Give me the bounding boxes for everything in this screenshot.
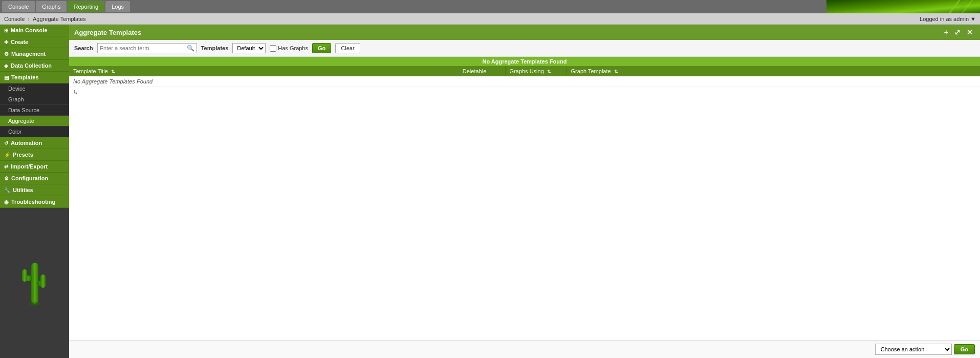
back-arrow: ↳: [69, 87, 980, 98]
sidebar-item-data-source[interactable]: Data Source: [0, 105, 69, 116]
data-collection-icon: ◈: [4, 63, 8, 69]
col-graphs-label: Graphs Using: [510, 68, 544, 74]
tab-logs[interactable]: Logs: [105, 1, 130, 12]
logged-in-text: Logged in as admin ▼: [920, 16, 976, 22]
sidebar-item-troubleshooting[interactable]: ◉ Troubleshooting: [0, 196, 69, 208]
tab-graphs[interactable]: Graphs: [36, 1, 67, 12]
sidebar-item-data-collection[interactable]: ◈ Data Collection: [0, 60, 69, 72]
status-bar: No Aggregate Templates Found: [69, 57, 980, 66]
breadcrumb-console[interactable]: Console: [4, 16, 25, 22]
svg-rect-6: [22, 269, 27, 282]
sidebar-item-utilities[interactable]: 🔧 Utilities: [0, 184, 69, 196]
automation-icon: ↺: [4, 140, 8, 146]
expand-icon-btn[interactable]: ⤢: [952, 28, 963, 37]
sidebar-label-templates: Templates: [11, 74, 39, 80]
action-go-button[interactable]: Go: [954, 344, 975, 354]
presets-icon: ⚡: [4, 152, 10, 158]
has-graphs-checkbox[interactable]: [270, 45, 276, 52]
logo-banner: [826, 0, 980, 13]
action-select[interactable]: Choose an action: [875, 344, 952, 355]
search-go-button[interactable]: Go: [312, 43, 331, 53]
sidebar-label-import-export: Import/Export: [11, 163, 48, 170]
svg-rect-8: [40, 275, 46, 288]
create-icon: ✚: [4, 39, 8, 45]
col-deletable-label: Deletable: [463, 68, 486, 74]
col-deletable: Deletable: [444, 66, 505, 76]
sidebar-label-management: Management: [11, 51, 46, 57]
sidebar-label-troubleshooting: Troubleshooting: [11, 199, 55, 205]
sidebar-item-main-console[interactable]: ⊞ Main Console: [0, 25, 69, 36]
svg-point-13: [30, 302, 40, 306]
table-header-row: Template Title ⇅ Deletable Graphs Using …: [69, 66, 980, 76]
col-graphs-using[interactable]: Graphs Using ⇅: [505, 66, 567, 76]
templates-dropdown[interactable]: Default: [232, 43, 266, 53]
sidebar-label-data-collection: Data Collection: [11, 62, 52, 69]
data-table: Template Title ⇅ Deletable Graphs Using …: [69, 66, 980, 87]
col-template-title[interactable]: Template Title ⇅: [69, 66, 444, 76]
search-clear-button[interactable]: Clear: [335, 43, 360, 53]
col-graph-template-sort[interactable]: ⇅: [614, 69, 618, 74]
utilities-icon: 🔧: [4, 187, 10, 193]
sidebar-item-import-export[interactable]: ⇄ Import/Export: [0, 161, 69, 173]
svg-rect-0: [826, 0, 980, 13]
table-wrapper: Template Title ⇅ Deletable Graphs Using …: [69, 66, 980, 340]
content-title: Aggregate Templates: [74, 29, 141, 36]
sidebar-item-color[interactable]: Color: [0, 127, 69, 137]
breadcrumb-sep: ›: [28, 16, 30, 22]
tab-console[interactable]: Console: [2, 1, 35, 12]
sidebar-item-automation[interactable]: ↺ Automation: [0, 137, 69, 149]
content-area: Aggregate Templates + ⤢ ✕ Search 🔍 Templ…: [69, 25, 980, 358]
sidebar-item-configuration[interactable]: ⚙ Configuration: [0, 173, 69, 184]
search-input[interactable]: [100, 45, 187, 51]
content-header-icons: + ⤢ ✕: [942, 28, 975, 37]
table-empty-message: No Aggregate Templates Found: [69, 76, 980, 87]
tab-reporting[interactable]: Reporting: [68, 1, 104, 12]
table-empty-row: No Aggregate Templates Found: [69, 76, 980, 87]
sidebar-item-device[interactable]: Device: [0, 83, 69, 94]
templates-icon: ▤: [4, 75, 9, 80]
cactus-logo: [0, 208, 69, 358]
sidebar-label-main-console: Main Console: [11, 27, 48, 33]
top-tab-bar: Console Graphs Reporting Logs: [0, 0, 980, 13]
col-title-label: Template Title: [73, 68, 108, 74]
breadcrumb-bar: Console › Aggregate Templates Logged in …: [0, 13, 980, 25]
sidebar-item-aggregate[interactable]: Aggregate: [0, 116, 69, 127]
has-graphs-wrapper: Has Graphs: [270, 45, 308, 52]
has-graphs-label: Has Graphs: [278, 45, 308, 51]
sidebar-nav: ⊞ Main Console ✚ Create ⚙ Management ◈ D…: [0, 25, 69, 208]
action-bar: Choose an action Go: [69, 340, 980, 358]
search-bar: Search 🔍 Templates Default Has Graphs Go…: [69, 40, 980, 57]
sidebar-item-graph[interactable]: Graph: [0, 94, 69, 105]
main-console-icon: ⊞: [4, 28, 8, 33]
col-graph-template-label: Graph Template: [571, 68, 611, 74]
sidebar-label-configuration: Configuration: [11, 175, 48, 181]
search-label: Search: [74, 45, 93, 51]
sidebar-item-management[interactable]: ⚙ Management: [0, 48, 69, 60]
col-title-sort[interactable]: ⇅: [111, 69, 115, 74]
configuration-icon: ⚙: [4, 176, 9, 181]
close-icon-btn[interactable]: ✕: [965, 28, 975, 37]
troubleshooting-icon: ◉: [4, 199, 9, 205]
management-icon: ⚙: [4, 51, 9, 57]
import-export-icon: ⇄: [4, 164, 8, 170]
sidebar-label-presets: Presets: [13, 152, 33, 158]
col-graphs-sort[interactable]: ⇅: [547, 69, 551, 74]
sidebar-item-presets[interactable]: ⚡ Presets: [0, 149, 69, 161]
sidebar-item-templates[interactable]: ▤ Templates: [0, 72, 69, 83]
content-header: Aggregate Templates + ⤢ ✕: [69, 25, 980, 40]
breadcrumb-aggregate-templates[interactable]: Aggregate Templates: [33, 16, 86, 22]
sidebar-item-create[interactable]: ✚ Create: [0, 36, 69, 48]
add-icon-btn[interactable]: +: [942, 28, 950, 37]
col-graph-template[interactable]: Graph Template ⇅: [567, 66, 980, 76]
templates-label: Templates: [201, 45, 229, 51]
main-layout: ⊞ Main Console ✚ Create ⚙ Management ◈ D…: [0, 25, 980, 358]
search-input-wrapper: 🔍: [97, 43, 197, 53]
sidebar-label-automation: Automation: [11, 140, 42, 146]
sidebar-label-create: Create: [11, 39, 28, 45]
search-icon: 🔍: [187, 45, 194, 52]
sidebar-label-utilities: Utilities: [13, 187, 33, 193]
sidebar: ⊞ Main Console ✚ Create ⚙ Management ◈ D…: [0, 25, 69, 358]
